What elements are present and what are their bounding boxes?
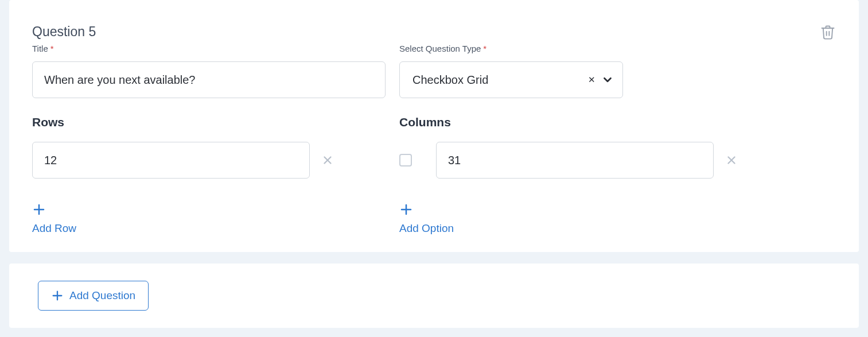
remove-row-button[interactable] xyxy=(321,154,334,166)
plus-icon xyxy=(51,289,64,302)
required-asterisk: * xyxy=(483,44,486,53)
add-question-card: Add Question xyxy=(9,264,859,328)
close-icon xyxy=(725,154,738,166)
column-option-input[interactable] xyxy=(436,142,714,179)
chevron-down-icon[interactable] xyxy=(601,73,614,86)
rows-heading: Rows xyxy=(32,115,386,129)
close-icon xyxy=(321,154,334,166)
required-asterisk: * xyxy=(50,44,54,53)
remove-column-button[interactable] xyxy=(725,154,738,166)
question-title-input[interactable] xyxy=(32,61,386,98)
delete-question-button[interactable] xyxy=(820,24,836,40)
clear-select-button[interactable]: ✕ xyxy=(588,75,595,85)
question-type-value: Checkbox Grid xyxy=(412,73,488,87)
question-card: Question 5 Title * Select Question Type … xyxy=(9,0,859,252)
question-heading: Question 5 xyxy=(32,24,836,40)
add-question-button[interactable]: Add Question xyxy=(38,281,149,311)
trash-icon xyxy=(820,24,836,40)
checkbox-preview xyxy=(399,154,412,166)
title-label: Title * xyxy=(32,44,54,53)
columns-heading: Columns xyxy=(399,115,836,129)
plus-icon xyxy=(399,203,413,216)
column-option-item xyxy=(399,142,836,179)
add-option-button[interactable]: Add Option xyxy=(399,203,454,235)
plus-icon xyxy=(32,203,46,216)
type-label: Select Question Type * xyxy=(399,44,486,53)
add-row-button[interactable]: Add Row xyxy=(32,203,76,235)
row-option-input[interactable] xyxy=(32,142,310,179)
row-option-item xyxy=(32,142,386,179)
